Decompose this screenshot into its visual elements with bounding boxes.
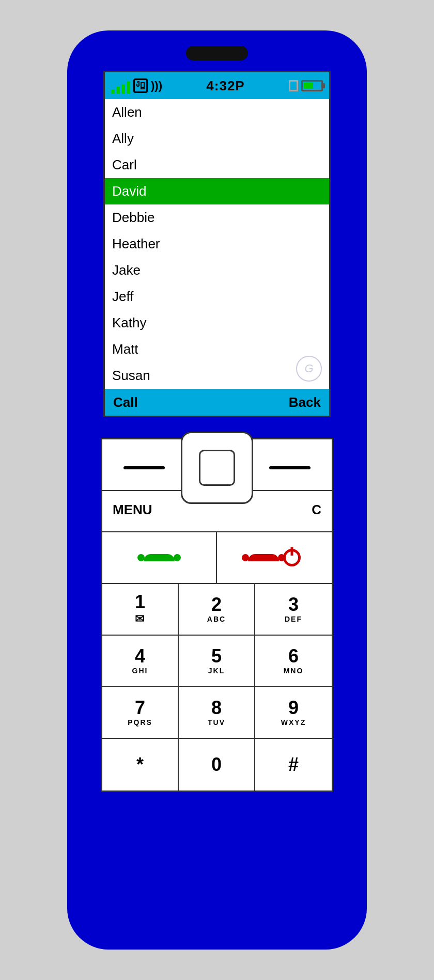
key-7-main: 7 bbox=[135, 699, 145, 717]
key-hash-main: # bbox=[288, 755, 299, 774]
time-display: 4:32P bbox=[206, 78, 244, 94]
left-soft-key-bar bbox=[123, 466, 165, 469]
contact-david[interactable]: David bbox=[105, 178, 329, 204]
key-2[interactable]: 2 ABC bbox=[179, 584, 255, 636]
key-2-sub: ABC bbox=[207, 615, 226, 623]
key-4-sub: GHI bbox=[132, 667, 148, 675]
key-5[interactable]: 5 JKL bbox=[179, 636, 255, 687]
key-9-sub: WXYZ bbox=[281, 718, 306, 726]
battery bbox=[289, 80, 323, 91]
key-9[interactable]: 9 WXYZ bbox=[255, 687, 332, 739]
power-icon bbox=[283, 549, 301, 566]
battery-fill bbox=[304, 83, 313, 89]
contact-jake[interactable]: Jake bbox=[105, 257, 329, 283]
numpad: 1 ✉ 2 ABC 3 DEF 4 GHI 5 JKL 6 MNO bbox=[102, 584, 332, 791]
key-3-sub: DEF bbox=[285, 615, 302, 623]
key-5-sub: JKL bbox=[208, 667, 225, 675]
nav-cluster bbox=[102, 439, 332, 491]
signal-bar-3 bbox=[121, 84, 125, 93]
phone-status-icon bbox=[133, 78, 148, 93]
key-1-sub: ✉ bbox=[135, 612, 145, 626]
key-3-main: 3 bbox=[288, 595, 299, 614]
battery-body bbox=[301, 80, 323, 91]
key-4-main: 4 bbox=[135, 647, 145, 666]
watermark: G bbox=[296, 356, 322, 382]
signal-bar-4 bbox=[127, 81, 130, 93]
key-3[interactable]: 3 DEF bbox=[255, 584, 332, 636]
key-star[interactable]: * bbox=[102, 739, 179, 791]
key-4[interactable]: 4 GHI bbox=[102, 636, 179, 687]
key-8-main: 8 bbox=[211, 699, 222, 717]
c-key[interactable]: C bbox=[312, 502, 321, 518]
keypad: MENU C 1 ✉ 2 ABC 3 bbox=[101, 438, 333, 792]
d-pad-inner bbox=[199, 450, 235, 486]
key-7-sub: PQRS bbox=[128, 718, 152, 726]
right-soft-key-bar bbox=[269, 466, 311, 469]
contact-list: Allen Ally Carl David Debbie Heather Jak… bbox=[105, 99, 329, 389]
contact-heather[interactable]: Heather bbox=[105, 231, 329, 257]
d-pad[interactable] bbox=[181, 432, 253, 504]
contact-jeff[interactable]: Jeff bbox=[105, 283, 329, 310]
screen: ))) 4:32P Allen Ally Carl David Debbie H… bbox=[103, 71, 331, 417]
menu-key[interactable]: MENU bbox=[113, 502, 152, 518]
vibrate-icon: ))) bbox=[151, 79, 162, 92]
contact-ally[interactable]: Ally bbox=[105, 125, 329, 152]
right-soft-key-area bbox=[253, 452, 327, 483]
speaker bbox=[186, 46, 248, 60]
call-end-row bbox=[102, 532, 332, 584]
key-0[interactable]: 0 bbox=[179, 739, 255, 791]
key-1[interactable]: 1 ✉ bbox=[102, 584, 179, 636]
key-8[interactable]: 8 TUV bbox=[179, 687, 255, 739]
signal-bar-2 bbox=[116, 87, 120, 93]
key-1-main: 1 bbox=[135, 593, 145, 611]
contact-allen[interactable]: Allen bbox=[105, 99, 329, 125]
key-8-sub: TUV bbox=[208, 718, 225, 726]
screen-soft-keys: Call Back bbox=[105, 389, 329, 416]
green-handset-icon bbox=[144, 554, 175, 561]
contact-matt[interactable]: Matt bbox=[105, 336, 329, 362]
red-handset-icon bbox=[248, 554, 279, 561]
key-5-main: 5 bbox=[211, 647, 222, 666]
contact-kathy[interactable]: Kathy bbox=[105, 310, 329, 336]
key-6-sub: MNO bbox=[284, 667, 304, 675]
soft-key-call[interactable]: Call bbox=[113, 394, 138, 410]
signal-bars bbox=[111, 78, 130, 93]
key-7[interactable]: 7 PQRS bbox=[102, 687, 179, 739]
contact-carl[interactable]: Carl bbox=[105, 152, 329, 178]
contact-debbie[interactable]: Debbie bbox=[105, 204, 329, 231]
end-button[interactable] bbox=[217, 532, 332, 583]
key-6[interactable]: 6 MNO bbox=[255, 636, 332, 687]
key-0-main: 0 bbox=[211, 755, 222, 774]
phone-body: ))) 4:32P Allen Ally Carl David Debbie H… bbox=[67, 30, 367, 950]
battery-empty-left bbox=[289, 80, 298, 91]
contact-susan[interactable]: Susan bbox=[105, 362, 329, 389]
left-soft-key-area bbox=[107, 452, 181, 483]
key-hash[interactable]: # bbox=[255, 739, 332, 791]
key-9-main: 9 bbox=[288, 699, 299, 717]
signal-bar-1 bbox=[111, 89, 115, 93]
status-icons: ))) bbox=[111, 78, 162, 93]
key-6-main: 6 bbox=[288, 647, 299, 666]
key-star-main: * bbox=[136, 755, 144, 774]
key-2-main: 2 bbox=[211, 595, 222, 614]
status-bar: ))) 4:32P bbox=[105, 72, 329, 99]
call-button[interactable] bbox=[102, 532, 217, 583]
soft-key-back[interactable]: Back bbox=[289, 394, 321, 410]
